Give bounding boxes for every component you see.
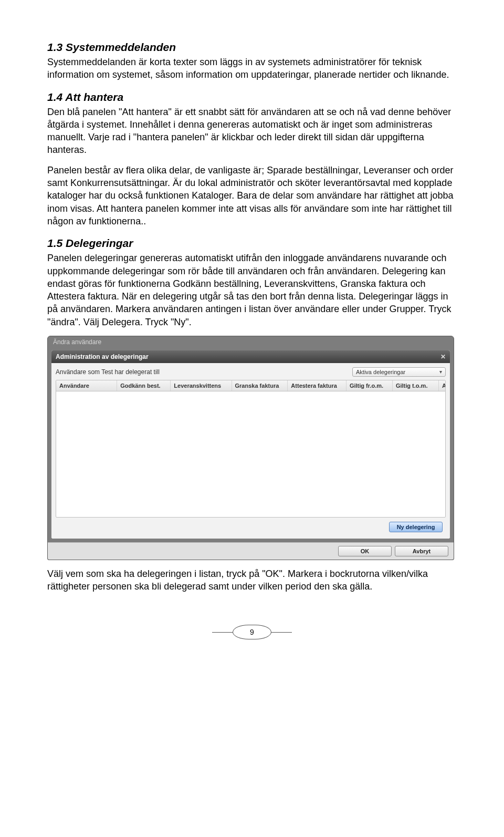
ok-button[interactable]: OK [338,546,392,556]
dialog-screenshot: Ändra användare Administration av delege… [47,336,454,560]
col-user[interactable]: Användare [56,380,117,391]
close-icon[interactable]: ✕ [440,353,446,360]
col-godkann[interactable]: Godkänn best. [117,380,171,391]
delegations-table: Användare Godkänn best. Leveranskvittens… [56,380,446,518]
outer-window: Ändra användare Administration av delege… [47,336,454,560]
paragraph: Panelen består av flera olika delar, de … [47,164,457,228]
col-avsluta[interactable]: Avsluta [439,380,445,391]
delegated-to-label: Användare som Test har delegerat till [56,368,160,376]
heading-1-4: 1.4 Att hantera [47,91,457,104]
heading-1-3: 1.3 Systemmeddelanden [47,41,457,54]
inner-titlebar: Administration av delegeringar ✕ [51,350,450,363]
page-number: 9 [233,625,271,639]
table-header-row: Användare Godkänn best. Leveranskvittens… [56,380,445,391]
col-from[interactable]: Giltig fr.o.m. [346,380,393,391]
paragraph: Den blå panelen "Att hantera" är ett sna… [47,106,457,157]
col-to[interactable]: Giltig t.o.m. [393,380,439,391]
col-granska[interactable]: Granska faktura [232,380,288,391]
delegation-filter-select[interactable]: Aktiva delegeringar [352,367,446,377]
cancel-button[interactable]: Avbryt [395,546,448,556]
paragraph: Panelen delegeringar genereras automatis… [47,252,457,328]
paragraph: Systemmeddelanden är korta texter som lä… [47,56,457,81]
col-attestera[interactable]: Attestera faktura [288,380,346,391]
inner-window: Administration av delegeringar ✕ Använda… [51,350,450,539]
col-leverans[interactable]: Leveranskvittens [171,380,232,391]
outer-window-title: Ändra användare [53,338,101,346]
heading-1-5: 1.5 Delegeringar [47,237,457,250]
new-delegation-button[interactable]: Ny delegering [389,522,443,532]
paragraph: Välj vem som ska ha delegeringen i lista… [47,567,457,593]
inner-window-title: Administration av delegeringar [56,353,149,360]
